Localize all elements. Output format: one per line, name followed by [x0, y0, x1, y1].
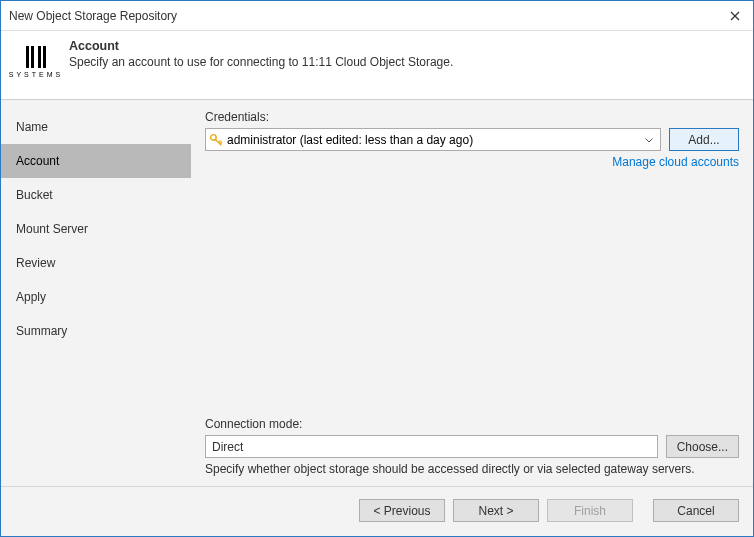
- connection-mode-hint: Specify whether object storage should be…: [205, 462, 739, 476]
- window-title: New Object Storage Repository: [9, 9, 725, 23]
- page-subtitle: Specify an account to use for connecting…: [69, 55, 741, 69]
- credentials-value: administrator (last edited: less than a …: [227, 133, 641, 147]
- body: Name Account Bucket Mount Server Review …: [1, 100, 753, 486]
- title-bar: New Object Storage Repository: [1, 1, 753, 31]
- logo-icon: SYSTEMS: [13, 39, 59, 85]
- key-icon: [209, 133, 223, 147]
- chevron-down-icon: [641, 135, 657, 145]
- step-summary[interactable]: Summary: [1, 314, 191, 348]
- footer: < Previous Next > Finish Cancel: [1, 486, 753, 536]
- step-apply[interactable]: Apply: [1, 280, 191, 314]
- cancel-button[interactable]: Cancel: [653, 499, 739, 522]
- next-button[interactable]: Next >: [453, 499, 539, 522]
- wizard-steps: Name Account Bucket Mount Server Review …: [1, 100, 191, 486]
- manage-accounts-link[interactable]: Manage cloud accounts: [205, 155, 739, 169]
- credentials-label: Credentials:: [205, 110, 739, 124]
- step-review[interactable]: Review: [1, 246, 191, 280]
- credentials-select[interactable]: administrator (last edited: less than a …: [205, 128, 661, 151]
- close-icon[interactable]: [725, 6, 745, 26]
- choose-button[interactable]: Choose...: [666, 435, 739, 458]
- header: SYSTEMS Account Specify an account to us…: [1, 31, 753, 100]
- add-button[interactable]: Add...: [669, 128, 739, 151]
- connection-mode-label: Connection mode:: [205, 417, 739, 431]
- step-account[interactable]: Account: [1, 144, 191, 178]
- connection-mode-value: Direct: [205, 435, 658, 458]
- finish-button: Finish: [547, 499, 633, 522]
- step-bucket[interactable]: Bucket: [1, 178, 191, 212]
- page-title: Account: [69, 39, 741, 53]
- step-mount-server[interactable]: Mount Server: [1, 212, 191, 246]
- previous-button[interactable]: < Previous: [359, 499, 445, 522]
- step-name[interactable]: Name: [1, 110, 191, 144]
- main-panel: Credentials: administrator (last edited:…: [191, 100, 753, 486]
